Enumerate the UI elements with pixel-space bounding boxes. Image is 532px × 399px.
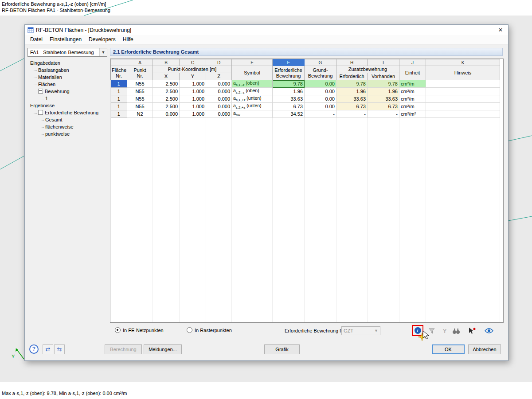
cell-einheit[interactable]: cm²/m [399,80,426,88]
tree-item-erforderliche-bewehrung[interactable]: Erforderliche Bewehrung [28,109,107,116]
cell-hinweis[interactable] [426,88,500,95]
column-letter-C[interactable]: C [180,59,206,66]
cell-y[interactable]: 1.000 [180,88,206,95]
cell-erforderliche-bewehrung[interactable]: 9.78 [273,80,305,88]
ok-button[interactable]: OK [432,344,465,354]
cell-zusatz-vorhanden[interactable]: - [368,110,399,118]
cell-symbol[interactable]: as,1,-z (oben) [232,80,273,88]
berechnung-button[interactable]: Berechnung [105,344,142,354]
header-erforderliche-bewehrung[interactable]: ErforderlicheBewehrung [273,66,305,80]
view-eye-icon[interactable] [484,326,494,336]
cell-z[interactable]: 0.000 [206,95,232,103]
cell-grund-bewehrung[interactable]: 0.00 [305,80,336,88]
cell-z[interactable]: 0.000 [206,88,232,95]
cell-erforderliche-bewehrung[interactable]: 34.52 [273,110,305,118]
header-z[interactable]: Z [206,73,232,80]
cell-symbol[interactable]: asw [232,110,273,118]
header-y[interactable]: Y [180,73,206,80]
cell-z[interactable]: 0.000 [206,110,232,118]
column-letter-G[interactable]: G [305,59,336,66]
cell-zusatz-vorhanden[interactable]: 9.78 [368,80,399,88]
column-letter-B[interactable]: B [153,59,180,66]
menu-item-hilfe[interactable]: Hilfe [119,35,137,43]
cell-x[interactable]: 2.500 [153,80,180,88]
cell-zusatz-vorhanden[interactable]: 33.63 [368,95,399,103]
cell-y[interactable]: 1.000 [180,95,206,103]
cell-flaeche-nr[interactable]: 1 [111,95,127,103]
cell-x[interactable]: 2.500 [153,88,180,95]
header-grund-bewehrung[interactable]: Grund-Bewehrung [305,66,336,80]
menu-item-einstellungen[interactable]: Einstellungen [46,35,85,43]
tree-item-bewehrung[interactable]: Bewehrung [28,88,107,95]
cell-punkt-nr[interactable]: N55 [127,88,153,95]
cell-einheit[interactable]: cm²/m² [399,110,426,118]
tree-item-ergebnisse[interactable]: Ergebnisse [28,102,107,109]
tree-item-1[interactable]: 1 [28,95,107,102]
tree-item-materialien[interactable]: Materialien [28,74,107,81]
select-in-graphic-icon[interactable] [467,326,477,336]
cell-symbol[interactable]: as,2,-z (oben) [232,88,273,95]
cell-hinweis[interactable] [426,110,500,118]
help-button[interactable]: ? [29,344,39,354]
radio-fe-netzpunkten[interactable]: In FE-Netzpunkten [115,327,164,333]
search-binoculars-icon[interactable] [451,326,462,336]
column-letter-I[interactable]: I [368,59,399,66]
cell-grund-bewehrung[interactable]: 0.00 [305,88,336,95]
cell-punkt-nr[interactable]: N2 [127,110,153,118]
header-x[interactable]: X [153,73,180,80]
cell-einheit[interactable]: cm²/m [399,88,426,95]
cell-grund-bewehrung[interactable]: 0.00 [305,103,336,110]
cell-x[interactable]: 2.500 [153,103,180,110]
cell-y[interactable]: 1.000 [180,103,206,110]
cell-zusatz-vorhanden[interactable]: 6.73 [368,103,399,110]
cell-flaeche-nr[interactable]: 1 [111,103,127,110]
collapse-minus-icon[interactable] [38,89,43,94]
design-case-combobox[interactable]: FA1 - Stahlbeton-Bemessung ▼ [27,48,107,57]
title-bar[interactable]: RF-BETON Flächen - [Druckbewehrung] ✕ [25,25,508,35]
column-letter-D[interactable]: D [206,59,232,66]
collapse-minus-icon[interactable] [38,110,43,115]
abbrechen-button[interactable]: Abbrechen [468,344,501,354]
column-letter-F[interactable]: F [273,59,305,66]
menu-item-developers[interactable]: Developers [85,35,119,43]
cell-flaeche-nr[interactable]: 1 [111,88,127,95]
cell-zusatz-erforderlich[interactable]: 1.96 [336,88,368,95]
cell-zusatz-vorhanden[interactable]: 1.96 [368,88,399,95]
header-symbol[interactable]: Symbol [232,66,273,80]
header-koordinaten[interactable]: Punkt-Koordinaten [m] [153,66,232,73]
header-einheit[interactable]: Einheit [399,66,426,80]
header-hinweis[interactable]: Hinweis [426,66,500,80]
header-zusatz-erforderlich[interactable]: Erforderlich [336,73,368,80]
cell-grund-bewehrung[interactable]: 0.00 [305,95,336,103]
cell-z[interactable]: 0.000 [206,80,232,88]
tree-item-basisangaben[interactable]: Basisangaben [28,66,107,74]
cell-flaeche-nr[interactable]: 1 [111,80,127,88]
cell-punkt-nr[interactable]: N55 [127,103,153,110]
tree-item-flächenweise[interactable]: flächenweise [28,123,107,130]
cell-erforderliche-bewehrung[interactable]: 33.63 [273,95,305,103]
column-letter-A[interactable]: A [127,59,153,66]
tree-item-eingabedaten[interactable]: Eingabedaten [28,59,107,66]
cell-grund-bewehrung[interactable]: - [305,110,336,118]
cell-flaeche-nr[interactable]: 1 [111,110,127,118]
cell-erforderliche-bewehrung[interactable]: 6.73 [273,103,305,110]
cell-zusatz-erforderlich[interactable]: 33.63 [336,95,368,103]
chevron-down-icon[interactable]: ▼ [99,48,107,56]
meldungen-button[interactable]: Meldungen... [144,344,182,354]
export-transfer-button-1[interactable]: ⇄ [43,344,53,354]
close-icon[interactable]: ✕ [493,25,508,35]
grafik-button[interactable]: Grafik [264,344,300,354]
column-letter-J[interactable]: J [399,59,426,66]
tree-item-gesamt[interactable]: Gesamt [28,116,107,123]
cell-x[interactable]: 2.500 [153,95,180,103]
cell-hinweis[interactable] [426,95,500,103]
cell-punkt-nr[interactable]: N55 [127,95,153,103]
menu-item-datei[interactable]: Datei [27,35,46,43]
cell-z[interactable]: 0.000 [206,103,232,110]
cell-erforderliche-bewehrung[interactable]: 1.96 [273,88,305,95]
cell-x[interactable]: 0.000 [153,110,180,118]
cell-zusatz-erforderlich[interactable]: - [336,110,368,118]
filter-y-icon[interactable]: Y [439,326,450,336]
header-flaeche[interactable]: FlächeNr. [111,66,127,80]
tree-item-flächen[interactable]: Flächen [28,81,107,88]
